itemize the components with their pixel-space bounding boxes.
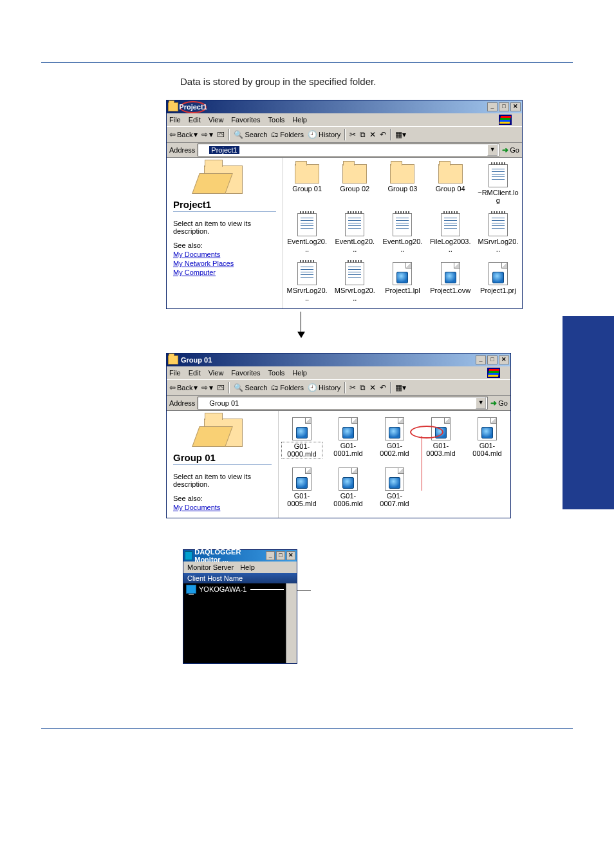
file-item[interactable]: Group 04 xyxy=(430,164,471,204)
close-button[interactable]: ✕ xyxy=(286,551,295,560)
forward-button[interactable]: ⇨▾ xyxy=(201,383,213,392)
folder-icon xyxy=(342,164,367,184)
delete-icon[interactable]: ✕ xyxy=(369,383,376,392)
sidebar-desc: Select an item to view its description. xyxy=(173,473,272,488)
file-item[interactable]: G01-0002.mld xyxy=(374,417,415,458)
file-item[interactable]: Group 01 xyxy=(286,164,328,204)
file-item[interactable]: G01-0007.mld xyxy=(374,467,415,507)
address-input[interactable]: Group 01 ▼ xyxy=(198,397,488,410)
up-button[interactable]: ⮹ xyxy=(217,130,225,139)
forward-button[interactable]: ⇨▾ xyxy=(201,130,213,139)
delete-icon[interactable]: ✕ xyxy=(369,130,376,139)
minimize-button[interactable]: _ xyxy=(266,551,275,560)
file-item[interactable]: G01-0000.mld xyxy=(281,417,322,458)
file-item[interactable]: ~RMClient.log xyxy=(478,164,519,204)
titlebar[interactable]: DAQLOGGER Monitor ... _ □ ✕ xyxy=(183,550,297,561)
file-item[interactable]: Group 02 xyxy=(334,164,375,204)
file-item[interactable]: MSrvrLog20... xyxy=(286,262,328,302)
search-button[interactable]: 🔍Search xyxy=(234,130,267,139)
views-icon[interactable]: ▦▾ xyxy=(395,130,406,139)
maximize-button[interactable]: □ xyxy=(499,102,509,111)
sidebar-link[interactable]: My Documents xyxy=(173,504,272,511)
file-item[interactable]: G01-0004.mld xyxy=(467,417,508,458)
menu-view[interactable]: View xyxy=(209,369,224,377)
folders-button[interactable]: 🗂Folders xyxy=(271,383,304,392)
close-button[interactable]: ✕ xyxy=(499,355,509,364)
back-button[interactable]: ⇦Back ▾ xyxy=(169,130,198,139)
menu-file[interactable]: File xyxy=(169,116,181,124)
file-item[interactable]: MSrvrLog20... xyxy=(334,262,375,302)
menu-edit[interactable]: Edit xyxy=(189,369,201,377)
client-list: YOKOGAWA-1 xyxy=(183,583,297,663)
titlebar[interactable]: Group 01 _ □ ✕ xyxy=(167,354,510,366)
search-button[interactable]: 🔍Search xyxy=(234,383,267,392)
file-item[interactable]: G01-0001.mld xyxy=(328,417,369,458)
menu-help[interactable]: Help xyxy=(292,369,307,377)
toolbar: ⇦Back ▾ ⇨▾ ⮹ 🔍Search 🗂Folders 🕘History ✂… xyxy=(167,126,522,143)
history-button[interactable]: 🕘History xyxy=(308,130,340,139)
file-item[interactable]: Project1.lpl xyxy=(382,262,423,302)
file-item[interactable]: Project1.prj xyxy=(478,262,519,302)
chevron-down-icon[interactable]: ▼ xyxy=(476,397,486,409)
file-item[interactable]: EventLog20... xyxy=(334,213,375,253)
undo-icon[interactable]: ↶ xyxy=(380,383,386,392)
moveto-icon[interactable]: ✂ xyxy=(349,383,356,392)
menu-favorites[interactable]: Favorites xyxy=(231,369,260,377)
menu-file[interactable]: File xyxy=(169,369,181,377)
menu-help[interactable]: Help xyxy=(292,116,307,124)
sidebar-link[interactable]: My Documents xyxy=(173,250,276,258)
sidebar-link[interactable]: My Network Places xyxy=(173,259,276,267)
file-item[interactable]: Group 03 xyxy=(382,164,423,204)
views-icon[interactable]: ▦▾ xyxy=(395,383,406,392)
menu-tools[interactable]: Tools xyxy=(268,369,285,377)
chevron-down-icon[interactable]: ▼ xyxy=(487,144,498,156)
sidebar-link[interactable]: My Computer xyxy=(173,269,276,276)
log-file-icon xyxy=(393,213,412,236)
file-item[interactable]: MSrvrLog20... xyxy=(478,213,519,253)
go-button[interactable]: ➜Go xyxy=(490,399,508,408)
page-footer-rule xyxy=(41,728,573,729)
history-button[interactable]: 🕘History xyxy=(308,383,340,392)
maximize-button[interactable]: □ xyxy=(276,551,285,560)
app-file-icon xyxy=(385,467,404,491)
copyto-icon[interactable]: ⧉ xyxy=(360,130,366,139)
explorer-sidebar: Project1 Select an item to view its desc… xyxy=(167,158,283,308)
menubar: File Edit View Favorites Tools Help xyxy=(167,366,510,379)
menu-edit[interactable]: Edit xyxy=(189,116,201,124)
log-file-icon xyxy=(297,262,317,285)
menu-tools[interactable]: Tools xyxy=(268,116,285,124)
close-button[interactable]: ✕ xyxy=(510,102,521,111)
up-button[interactable]: ⮹ xyxy=(217,383,225,392)
menu-monitor-server[interactable]: Monitor Server xyxy=(187,563,234,571)
column-header[interactable]: Client Host Name xyxy=(183,573,297,583)
file-item[interactable]: FileLog2003... xyxy=(430,213,471,253)
minimize-button[interactable]: _ xyxy=(476,355,486,364)
address-input[interactable]: Project1 ▼ xyxy=(198,144,499,156)
file-item[interactable]: Project1.ovw xyxy=(430,262,471,302)
file-item[interactable]: G01-0006.mld xyxy=(328,467,369,507)
list-item[interactable]: YOKOGAWA-1 xyxy=(186,585,284,594)
log-file-icon xyxy=(297,213,317,236)
titlebar[interactable]: Project1 _ □ ✕ xyxy=(167,100,522,113)
log-file-icon xyxy=(345,262,364,285)
folders-button[interactable]: 🗂Folders xyxy=(271,130,304,139)
app-file-icon xyxy=(292,417,312,440)
maximize-button[interactable]: □ xyxy=(487,355,498,364)
menu-help[interactable]: Help xyxy=(240,563,255,571)
file-item[interactable]: G01-0005.mld xyxy=(281,467,322,507)
file-item[interactable]: EventLog20... xyxy=(382,213,423,253)
undo-icon[interactable]: ↶ xyxy=(380,130,386,139)
minimize-button[interactable]: _ xyxy=(487,102,498,111)
folder-icon xyxy=(168,355,178,364)
copyto-icon[interactable]: ⧉ xyxy=(360,383,366,392)
menu-favorites[interactable]: Favorites xyxy=(231,116,260,124)
app-file-icon xyxy=(441,262,460,285)
file-item[interactable]: EventLog20... xyxy=(286,213,328,253)
go-button[interactable]: ➜Go xyxy=(502,146,519,155)
folder-icon xyxy=(438,164,463,184)
open-folder-icon xyxy=(204,165,243,194)
menu-view[interactable]: View xyxy=(209,116,224,124)
back-button[interactable]: ⇦Back ▾ xyxy=(169,383,198,392)
moveto-icon[interactable]: ✂ xyxy=(349,130,356,139)
file-item[interactable]: G01-0003.mld xyxy=(420,417,461,458)
